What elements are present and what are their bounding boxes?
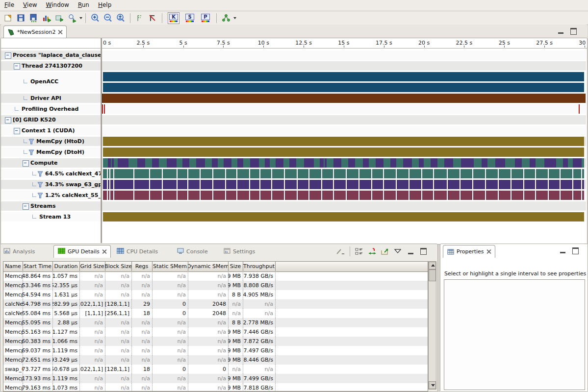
tree-row-driver-api[interactable]: Driver API bbox=[1, 94, 101, 103]
compute-kernel-segment[interactable] bbox=[118, 158, 128, 168]
new-session-button[interactable] bbox=[2, 12, 14, 24]
filter-funnel-icon[interactable] bbox=[37, 182, 43, 189]
compute-kernel-segment[interactable] bbox=[348, 158, 355, 168]
table-row[interactable]: Memcpy155.163 ms1.127 msn/an/an/an/an/a9… bbox=[3, 327, 428, 337]
timeline-track-memcpy-htod[interactable] bbox=[102, 137, 586, 146]
compute-kernel-segment[interactable] bbox=[390, 158, 396, 168]
table-row[interactable]: calcNext154.798 ms282.99 µs[1022,1,1][12… bbox=[3, 299, 428, 309]
compute-kernel-segment[interactable] bbox=[289, 158, 296, 168]
tree-row-memcpy-htod[interactable]: MemCpy (HtoD) bbox=[1, 137, 101, 146]
filter-funnel-icon[interactable] bbox=[37, 171, 43, 178]
tree-row-context-1-cuda[interactable]: Context 1 (CUDA) bbox=[1, 126, 101, 135]
timeline-track-profiling-overhead[interactable] bbox=[102, 104, 586, 114]
maximize-icon[interactable] bbox=[572, 247, 579, 254]
filter-funnel-icon[interactable] bbox=[28, 149, 34, 157]
tree-row-thread-2741307200[interactable]: Thread 2741307200 bbox=[1, 61, 101, 71]
export-session-button[interactable] bbox=[53, 12, 65, 24]
menu-run[interactable]: Run bbox=[74, 0, 94, 9]
menu-help[interactable]: Help bbox=[94, 0, 116, 9]
timeline-track-64-5-calcnext-47[interactable] bbox=[102, 169, 586, 178]
compute-kernel-segment[interactable] bbox=[237, 158, 243, 168]
compute-kernel-segment[interactable] bbox=[325, 158, 327, 168]
compute-kernel-segment[interactable] bbox=[320, 158, 324, 168]
color-by-process-button[interactable]: P bbox=[200, 13, 211, 24]
flag-dotted-button[interactable] bbox=[134, 12, 146, 24]
timeline-track-openacc[interactable] bbox=[102, 72, 586, 92]
timeline-track-driver-api[interactable] bbox=[102, 94, 586, 103]
compute-kernel-segment[interactable] bbox=[112, 158, 114, 168]
openacc-interval-bar[interactable] bbox=[103, 72, 584, 81]
kernel-interval-bar[interactable] bbox=[103, 169, 584, 178]
minimize-icon[interactable] bbox=[408, 248, 413, 254]
compute-kernel-segment[interactable] bbox=[444, 158, 453, 168]
compute-kernel-segment[interactable] bbox=[495, 158, 505, 168]
maximize-icon[interactable] bbox=[570, 28, 577, 35]
tab-analysis[interactable]: Analysis bbox=[3, 246, 35, 256]
tree-row-stream-13[interactable]: Stream 13 bbox=[1, 212, 101, 221]
search-dropdown-icon[interactable] bbox=[79, 17, 82, 19]
collapse-toggle-icon[interactable] bbox=[23, 203, 29, 210]
compute-kernel-segment[interactable] bbox=[212, 158, 218, 168]
table-row[interactable]: Memcpy160.383 ms1.066 msn/an/an/an/an/a9… bbox=[3, 337, 428, 346]
timeline-track-thread-2741307200[interactable] bbox=[102, 61, 586, 71]
column-header-static-smem[interactable]: Static SMem bbox=[152, 262, 188, 271]
collapse-toggle-icon[interactable] bbox=[14, 128, 20, 134]
column-header-name[interactable]: Name bbox=[3, 262, 23, 271]
menu-window[interactable]: Window bbox=[42, 0, 74, 9]
group-view-button[interactable] bbox=[354, 245, 365, 257]
compute-kernel-segment[interactable] bbox=[563, 158, 568, 168]
tree-row-1-2-calcnext-55-g[interactable]: 1.2% calcNext_55_g... bbox=[1, 191, 101, 200]
collapse-toggle-icon[interactable] bbox=[14, 63, 20, 70]
profile-application-button[interactable] bbox=[41, 12, 52, 24]
scroll-up-button[interactable] bbox=[429, 262, 436, 270]
flag-crossed-button[interactable] bbox=[147, 12, 158, 24]
table-row[interactable]: Memcpy169.037 ms1.119 msn/an/an/an/an/a9… bbox=[3, 346, 428, 355]
minimize-icon[interactable] bbox=[558, 28, 563, 34]
tree-row-0-grid-k520[interactable]: [0] GRID K520 bbox=[1, 115, 101, 124]
compute-kernel-segment[interactable] bbox=[461, 158, 474, 168]
compute-kernel-segment[interactable] bbox=[137, 158, 145, 168]
timeline-track-0-grid-k520[interactable] bbox=[102, 115, 586, 124]
compute-kernel-segment[interactable] bbox=[108, 158, 111, 168]
compute-kernel-segment[interactable] bbox=[376, 158, 383, 168]
tree-row-34-3-swap-63-gpu[interactable]: 34.3% swap_63_gpu bbox=[1, 180, 101, 189]
scroll-down-button[interactable] bbox=[429, 381, 436, 389]
overhead-mark-bar[interactable] bbox=[579, 104, 580, 114]
compute-kernel-segment[interactable] bbox=[265, 158, 270, 168]
table-row[interactable]: Memcpy179.163 ms1.073 msn/an/an/an/an/a9… bbox=[3, 383, 428, 392]
tab-properties[interactable]: Properties bbox=[443, 245, 495, 258]
overhead-mark-bar[interactable] bbox=[104, 104, 105, 114]
column-header-dynamic-smem[interactable]: Dynamic SMem bbox=[188, 262, 229, 271]
compute-kernel-segment[interactable] bbox=[544, 158, 556, 168]
compute-kernel-segment[interactable] bbox=[431, 158, 437, 168]
export-details-button[interactable] bbox=[379, 245, 391, 257]
close-session-tab-icon[interactable] bbox=[58, 30, 62, 34]
table-row[interactable]: Memcpy173.93 ms1.119 msn/an/an/an/an/a9 … bbox=[3, 374, 428, 383]
memcpy-interval-bar[interactable] bbox=[103, 212, 584, 221]
kernel-interval-bar[interactable] bbox=[103, 191, 584, 200]
column-header-duration[interactable]: Duration bbox=[52, 262, 80, 271]
driver-api-interval-bar[interactable] bbox=[102, 94, 586, 103]
table-row[interactable]: calcNext155.084 ms5.568 µs[1,1,1][256,1,… bbox=[3, 309, 428, 318]
compute-kernel-segment[interactable] bbox=[403, 158, 412, 168]
compute-kernel-segment[interactable] bbox=[419, 158, 424, 168]
zoom-out-button[interactable] bbox=[102, 12, 114, 24]
compute-kernel-segment[interactable] bbox=[167, 158, 177, 168]
column-header-grid-size[interactable]: Grid Size bbox=[79, 262, 105, 271]
analysis-dropdown-icon[interactable] bbox=[233, 17, 236, 19]
tree-row-streams[interactable]: Streams bbox=[1, 201, 101, 211]
compute-kernel-segment[interactable] bbox=[304, 158, 314, 168]
table-row[interactable]: Memcpy155.095 ms2.88 µsn/an/an/an/an/a8 … bbox=[3, 318, 428, 327]
compute-kernel-segment[interactable] bbox=[152, 158, 159, 168]
filter-funnel-icon[interactable] bbox=[28, 139, 34, 146]
compute-kernel-segment[interactable] bbox=[482, 158, 487, 168]
compute-kernel-segment[interactable] bbox=[276, 158, 283, 168]
view-menu-dropdown-icon[interactable] bbox=[392, 245, 404, 257]
timeline-track-memcpy-dtoh[interactable] bbox=[102, 147, 586, 157]
tab-console[interactable]: Console bbox=[177, 246, 208, 256]
tree-row-process-laplace-data-clauses[interactable]: Process "laplace_data_clauses 10... bbox=[1, 50, 101, 60]
tab-session[interactable]: *NewSession2 bbox=[3, 25, 67, 38]
close-properties-tab-icon[interactable] bbox=[486, 249, 491, 254]
minimize-icon[interactable] bbox=[560, 247, 565, 253]
compute-kernel-segment[interactable] bbox=[182, 158, 189, 168]
